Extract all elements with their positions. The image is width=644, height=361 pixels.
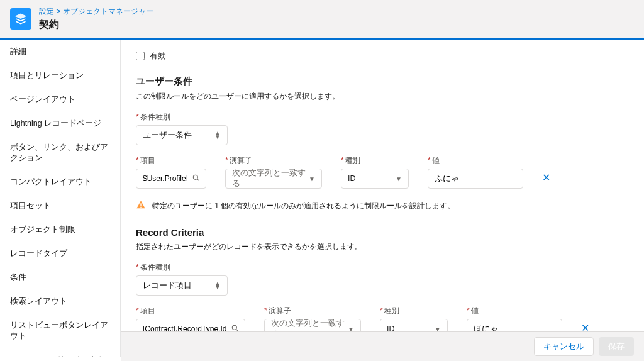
user-type-value: ID xyxy=(348,174,356,183)
user-cond-type-label: 条件種別 xyxy=(136,112,629,123)
sidebar-item[interactable]: 項目セット xyxy=(0,194,120,218)
user-operator-select[interactable]: 次の文字列と一致する ▼ xyxy=(225,169,322,189)
user-value-input[interactable] xyxy=(428,169,523,189)
main-content: 有効 ユーザー条件 この制限ルールをどのユーザーに適用するかを選択します。 条件… xyxy=(121,40,644,357)
sidebar-item[interactable]: 条件 xyxy=(0,266,120,290)
user-criteria-desc: この制限ルールをどのユーザーに適用するかを選択します。 xyxy=(136,91,629,102)
delete-row-icon[interactable]: ✕ xyxy=(542,172,550,184)
record-cond-type-label: 条件種別 xyxy=(136,262,629,273)
sidebar-item[interactable]: Slack レコードレイアウト xyxy=(0,348,120,357)
sidebar-item[interactable]: 詳細 xyxy=(0,40,120,64)
user-operator-value: 次の文字列と一致する xyxy=(232,168,309,189)
warning-row: 特定のユーザーに 1 個の有効なルールのみが適用されるように制限ルールを設計しま… xyxy=(136,200,629,212)
updown-icon: ▲▼ xyxy=(214,131,221,139)
record-type-label: 種別 xyxy=(380,306,448,316)
record-criteria-desc: 指定されたユーザーがどのレコードを表示できるかを選択します。 xyxy=(136,242,629,252)
warning-icon xyxy=(136,200,146,212)
caret-down-icon: ▼ xyxy=(396,175,402,182)
sidebar-item[interactable]: リストビューボタンレイアウト xyxy=(0,314,120,348)
record-operator-label: 演算子 xyxy=(264,306,361,316)
record-value-label: 値 xyxy=(467,306,562,316)
record-cond-type-select[interactable]: レコード項目 ▲▼ xyxy=(136,275,228,296)
user-field-input[interactable] xyxy=(136,174,187,183)
user-value-label: 値 xyxy=(428,155,523,166)
user-operator-label: 演算子 xyxy=(225,155,322,166)
record-criteria-title: Record Criteria xyxy=(136,227,629,238)
record-field-label: 項目 xyxy=(136,306,245,316)
sidebar-item[interactable]: オブジェクト制限 xyxy=(0,218,120,242)
svg-line-2 xyxy=(197,179,199,181)
user-cond-type-select[interactable]: ユーザー条件 ▲▼ xyxy=(136,125,228,145)
page-title: 契約 xyxy=(39,18,153,31)
svg-marker-0 xyxy=(16,14,26,19)
warning-text: 特定のユーザーに 1 個の有効なルールのみが適用されるように制限ルールを設計しま… xyxy=(152,201,455,211)
footer-bar: キャンセル 保存 xyxy=(121,331,644,357)
object-icon xyxy=(10,8,31,30)
caret-down-icon: ▼ xyxy=(309,175,315,182)
sidebar-item[interactable]: 検索レイアウト xyxy=(0,290,120,314)
user-field-lookup[interactable] xyxy=(136,169,206,189)
sidebar-item[interactable]: ボタン、リンク、およびアクション xyxy=(0,136,120,170)
svg-line-6 xyxy=(236,329,238,331)
user-cond-type-value: ユーザー条件 xyxy=(143,130,192,141)
enabled-label: 有効 xyxy=(150,50,166,62)
sidebar-item[interactable]: 項目とリレーション xyxy=(0,64,120,88)
record-cond-type-value: レコード項目 xyxy=(143,280,192,291)
svg-rect-3 xyxy=(140,203,141,206)
user-type-select[interactable]: ID ▼ xyxy=(341,169,409,189)
svg-rect-4 xyxy=(140,207,141,208)
updown-icon: ▲▼ xyxy=(214,282,221,289)
page-header: 設定 > オブジェクトマネージャー 契約 xyxy=(0,0,644,38)
svg-point-1 xyxy=(193,175,197,179)
cancel-button[interactable]: キャンセル xyxy=(534,337,594,356)
sidebar-item[interactable]: Lightning レコードページ xyxy=(0,112,120,136)
user-type-label: 種別 xyxy=(341,155,409,166)
svg-point-5 xyxy=(232,325,236,330)
breadcrumb[interactable]: 設定 > オブジェクトマネージャー xyxy=(39,6,153,17)
enabled-checkbox[interactable] xyxy=(136,52,145,60)
search-icon[interactable] xyxy=(187,174,206,184)
user-field-label: 項目 xyxy=(136,155,206,166)
sidebar-item[interactable]: ページレイアウト xyxy=(0,88,120,112)
save-button: 保存 xyxy=(599,337,634,356)
sidebar-item[interactable]: コンパクトレイアウト xyxy=(0,170,120,194)
sidebar-item[interactable]: レコードタイプ xyxy=(0,242,120,266)
sidebar: 詳細項目とリレーションページレイアウトLightning レコードページボタン、… xyxy=(0,40,121,357)
user-criteria-title: ユーザー条件 xyxy=(136,75,629,87)
